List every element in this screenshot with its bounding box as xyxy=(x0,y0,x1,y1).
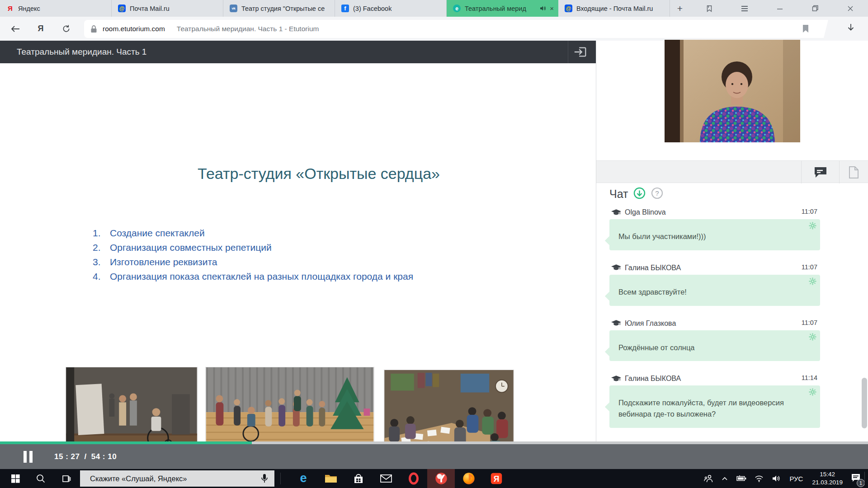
bookmark-page-icon[interactable] xyxy=(802,24,809,35)
opera-icon xyxy=(407,472,420,485)
slide-list-item: Изготовление реквизита xyxy=(93,255,413,269)
browser-tab-bar: ЯЯндекс@Почта Mail.ruvkТеатр студия "Отк… xyxy=(0,0,868,17)
browser-tab[interactable]: f(3) Facebook xyxy=(335,0,447,17)
message-settings-gear-icon[interactable] xyxy=(809,333,816,341)
exit-webinar-icon[interactable] xyxy=(568,41,592,63)
chat-message-list: Olga Blinova11:07Мы были участниками!)))… xyxy=(609,207,820,440)
taskbar-search-box[interactable]: Скажите «Слушай, Яндекс» xyxy=(80,470,274,487)
slide-title: Театр-студия «Открытые сердца» xyxy=(136,165,502,183)
taskbar-app-yandex[interactable]: Я xyxy=(482,469,510,488)
tab-audio-speaker-icon[interactable] xyxy=(540,5,546,11)
chat-scrollbar[interactable] xyxy=(862,378,867,428)
browser-tab[interactable]: ЯЯндекс xyxy=(0,0,112,17)
chat-message: Галина БЫКОВА11:07Всем здравствуйте! xyxy=(609,263,820,306)
mailru-icon: @ xyxy=(118,5,126,12)
chat-bubble: Подскажите пожалуйста, будет ли видеовер… xyxy=(609,385,820,428)
yandex-icon: Я xyxy=(490,472,503,485)
people-icon[interactable] xyxy=(704,474,713,483)
taskbar-app-edge[interactable]: e xyxy=(289,469,317,488)
chat-message-text: Мы были участниками!))) xyxy=(618,231,811,242)
webinar-header: Театральный меридиан. Часть 1 xyxy=(0,41,596,63)
facebook-icon: f xyxy=(341,5,349,12)
taskbar-app-opera[interactable] xyxy=(400,469,427,488)
chat-timestamp: 11:14 xyxy=(802,374,817,381)
volume-icon[interactable] xyxy=(772,474,781,483)
files-tab-icon[interactable] xyxy=(839,161,868,183)
minimize-button[interactable] xyxy=(762,0,797,17)
battery-icon[interactable] xyxy=(736,475,746,482)
url-page-title: Театральный меридиан. Часть 1 - Etutoriu… xyxy=(177,25,319,33)
chat-tab-icon[interactable] xyxy=(801,161,839,183)
chat-panel-title: Чат xyxy=(609,188,628,201)
message-settings-gear-icon[interactable] xyxy=(809,277,816,285)
url-host: room.etutorium.com xyxy=(103,25,165,33)
scroll-to-bottom-icon[interactable] xyxy=(633,187,646,201)
yandex-home-button[interactable]: Я xyxy=(32,17,50,41)
slide-area: Театр-студия «Открытые сердца» Создание … xyxy=(0,63,596,441)
browser-tab[interactable]: @Почта Mail.ru xyxy=(112,0,223,17)
browser-menu-icon[interactable] xyxy=(727,0,762,17)
slide-list-item: Организация совместных репетиций xyxy=(93,240,413,255)
refresh-button[interactable] xyxy=(57,17,75,41)
total-time: 54 : 10 xyxy=(91,452,117,461)
taskbar-search-text: Скажите «Слушай, Яндекс» xyxy=(90,474,261,483)
chat-bubble: Мы были участниками!))) xyxy=(609,219,820,250)
chat-help-icon[interactable]: ? xyxy=(651,187,663,201)
downloads-icon[interactable] xyxy=(846,23,855,35)
taskbar-app-mail[interactable] xyxy=(372,469,400,488)
etutorium-icon: e xyxy=(453,5,461,12)
clock[interactable]: 15:42 21.03.2019 xyxy=(812,470,843,486)
new-tab-button[interactable]: + xyxy=(670,0,690,17)
svg-text:e: e xyxy=(300,472,307,485)
edge-icon: e xyxy=(297,472,310,485)
time-separator: / xyxy=(84,452,86,461)
language-indicator[interactable]: РУС xyxy=(789,475,803,483)
chat-author: Olga Blinova xyxy=(625,208,666,216)
microphone-icon[interactable] xyxy=(261,474,268,483)
chat-author: Галина БЫКОВА xyxy=(625,375,681,383)
windows-taskbar: Скажите «Слушай, Яндекс» eЯ РУС xyxy=(0,469,868,488)
action-center-icon[interactable]: 1 xyxy=(851,473,861,484)
tab-close-icon[interactable]: × xyxy=(550,5,554,12)
restore-button[interactable] xyxy=(797,0,833,17)
chat-message-header: Olga Blinova11:07 xyxy=(609,207,820,218)
bookmarks-flag-icon[interactable] xyxy=(692,0,727,17)
yandex-browser-icon xyxy=(434,472,448,485)
pause-button[interactable] xyxy=(24,451,33,463)
presenter-cap-icon xyxy=(611,320,621,327)
browser-tab[interactable]: vkТеатр студия "Открытые се xyxy=(223,0,335,17)
address-bar: Я room.etutorium.com Театральный меридиа… xyxy=(0,17,868,41)
svg-text:?: ? xyxy=(656,189,659,197)
browser-tab[interactable]: @Входящие - Почта Mail.ru xyxy=(558,0,670,17)
wifi-icon[interactable] xyxy=(755,475,764,482)
close-window-button[interactable] xyxy=(833,0,868,17)
slide-list: Создание спектаклейОрганизация совместны… xyxy=(93,226,413,284)
taskbar-app-store[interactable] xyxy=(344,469,372,488)
message-settings-gear-icon[interactable] xyxy=(809,222,816,230)
taskbar-apps: eЯ xyxy=(289,469,510,488)
taskbar-search-icon[interactable] xyxy=(30,469,52,488)
start-button[interactable] xyxy=(5,469,26,488)
chat-bubble: Всем здравствуйте! xyxy=(609,275,820,306)
url-box[interactable]: room.etutorium.com Театральный меридиан.… xyxy=(84,20,821,38)
browser-tab[interactable]: eТеатральный мерид× xyxy=(447,0,558,17)
playback-time: 15 : 27 / 54 : 10 xyxy=(54,452,117,461)
chat-message-header: Юлия Глазкова11:07 xyxy=(609,318,820,329)
show-hidden-icons-chevron[interactable] xyxy=(721,476,728,481)
back-button[interactable] xyxy=(6,17,24,41)
message-settings-gear-icon[interactable] xyxy=(809,388,816,396)
panel-toolbar xyxy=(596,160,868,183)
taskbar-app-file-explorer[interactable] xyxy=(317,469,344,488)
chat-bubble: Рождённые от солнца xyxy=(609,330,820,361)
tray-time: 15:42 xyxy=(812,470,843,479)
task-view-icon[interactable] xyxy=(55,469,77,488)
chat-author: Юлия Глазкова xyxy=(625,319,676,328)
taskbar-app-yandex-browser[interactable] xyxy=(427,469,455,488)
chat-message-text: Всем здравствуйте! xyxy=(618,286,811,298)
chat-message-header: Галина БЫКОВА11:07 xyxy=(609,263,820,273)
chat-message-header: Галина БЫКОВА11:14 xyxy=(609,373,820,384)
taskbar-app-firefox[interactable] xyxy=(455,469,482,488)
system-tray: РУС 15:42 21.03.2019 1 xyxy=(700,469,868,488)
show-desktop-strip[interactable] xyxy=(864,472,865,485)
lock-icon[interactable] xyxy=(90,25,97,33)
